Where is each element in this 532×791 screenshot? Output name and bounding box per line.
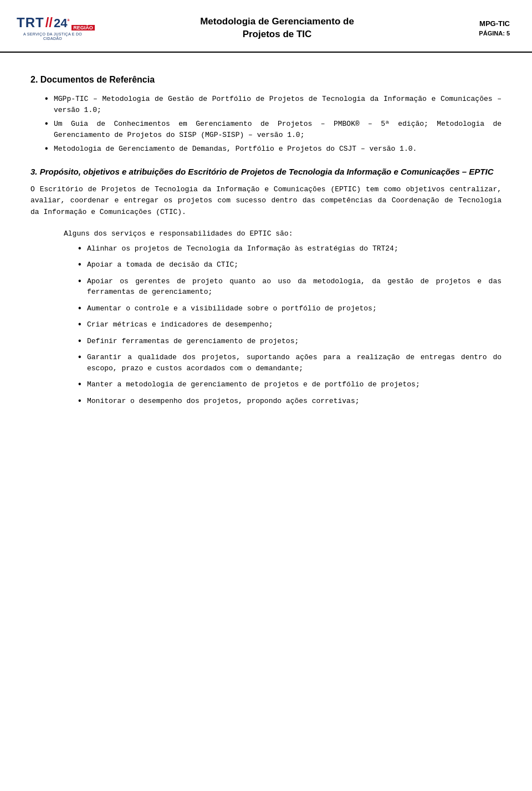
section-3-num: 3. — [30, 167, 38, 176]
doc-title-line2: Projetos de TIC — [100, 28, 454, 40]
logo-slash: // — [45, 15, 53, 30]
header-title: Metodologia de Gerenciamento de Projetos… — [89, 16, 466, 40]
section-3-paragraph: O Escritório de Projetos de Tecnologia d… — [30, 184, 502, 218]
list-item: Criar métricas e indicadores de desempen… — [75, 319, 502, 330]
list-item: Um Guia de Conhecimentos em Gerenciament… — [42, 119, 502, 140]
section-2-heading: 2. Documentos de Referência — [30, 75, 502, 85]
page-number: 5 — [507, 30, 510, 37]
logo-24-text: 24 — [54, 16, 67, 30]
list-item: Manter a metodologia de gerenciamento de… — [75, 379, 502, 390]
page-content: 2. Documentos de Referência MGPp-TIC – M… — [0, 53, 532, 434]
services-intro: Alguns dos serviços e responsabilidades … — [30, 229, 502, 238]
list-item: Alinhar os projetos de Tecnologia da Inf… — [75, 243, 502, 254]
logo-a: ª — [67, 17, 69, 23]
list-item: Aumentar o controle e a visibilidade sob… — [75, 303, 502, 314]
list-item: Definir ferramentas de gerenciamento de … — [75, 336, 502, 347]
section-3-title: Propósito, objetivos e atribuições do Es… — [40, 167, 494, 176]
list-item: Metodologia de Gerenciamento de Demandas… — [42, 144, 502, 155]
services-list: Alinhar os projetos de Tecnologia da Inf… — [30, 243, 502, 407]
section-2: 2. Documentos de Referência MGPp-TIC – M… — [30, 75, 502, 155]
logo-top-row: TRT // 24ª REGIÃO — [17, 15, 89, 30]
page-label-text: PÁGINA: — [479, 30, 504, 37]
page-label: PÁGINA: 5 — [466, 30, 510, 37]
section-2-list: MGPp-TIC – Metodologia de Gestão de Port… — [30, 94, 502, 155]
list-item: Monitorar o desempenho dos projetos, pro… — [75, 396, 502, 407]
list-item: Apoiar a tomada de decisão da CTIC; — [75, 259, 502, 271]
doc-title: Metodologia de Gerenciamento de Projetos… — [100, 16, 454, 40]
page-header: TRT // 24ª REGIÃO A SERVIÇO DA JUSTIÇA E… — [0, 0, 532, 53]
trt-letters: TRT — [17, 15, 44, 30]
section-3-heading: 3. Propósito, objetivos e atribuições do… — [30, 166, 502, 177]
list-item: Garantir a qualidade dos projetos, supor… — [75, 352, 502, 374]
trt-logo: TRT // 24ª REGIÃO A SERVIÇO DA JUSTIÇA E… — [17, 10, 89, 46]
page: TRT // 24ª REGIÃO A SERVIÇO DA JUSTIÇA E… — [0, 0, 532, 791]
logo-area: TRT // 24ª REGIÃO A SERVIÇO DA JUSTIÇA E… — [17, 10, 89, 46]
list-item: MGPp-TIC – Metodologia de Gestão de Port… — [42, 94, 502, 115]
list-item: Apoiar os gerentes de projeto quanto ao … — [75, 276, 502, 298]
doc-title-line1: Metodologia de Gerenciamento de — [100, 16, 454, 28]
logo-24: 24ª — [54, 16, 69, 30]
doc-code: MPG-TIC — [466, 19, 510, 28]
section-3: 3. Propósito, objetivos e atribuições do… — [30, 166, 502, 407]
logo-subtitle: A SERVIÇO DA JUSTIÇA E DO CIDADÃO — [17, 32, 89, 42]
header-right: MPG-TIC PÁGINA: 5 — [466, 19, 510, 37]
